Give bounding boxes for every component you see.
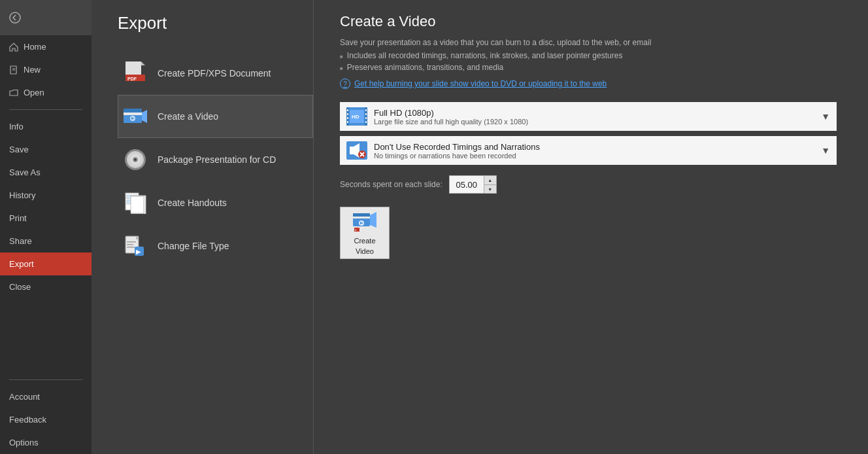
bullet-list: ■ Includes all recorded timings, narrati… (340, 51, 842, 75)
svg-rect-10 (124, 113, 142, 115)
sidebar-item-open[interactable]: Open (0, 81, 92, 104)
quality-sub: Large file size and full high quality (1… (374, 118, 816, 126)
export-option-video[interactable]: Create a Video (118, 95, 313, 138)
svg-rect-24 (127, 241, 136, 243)
svg-rect-34 (347, 117, 348, 119)
create-video-button-line2: Video (356, 247, 374, 255)
quality-dropdown-icon: HD (346, 106, 367, 127)
timing-value: Don't Use Recorded Timings and Narration… (374, 142, 816, 152)
bullet-item-2: ■ Preserves animations, transitions, and… (340, 63, 842, 72)
sidebar-item-saveas[interactable]: Save As (0, 161, 92, 184)
sidebar-options-label: Options (9, 438, 39, 447)
film-strip-icon: HD (346, 107, 367, 126)
sidebar-item-print[interactable]: Print (0, 207, 92, 230)
sidebar-export-label: Export (9, 259, 34, 269)
sidebar-divider-1 (9, 109, 82, 110)
help-question-icon: ? (340, 79, 350, 89)
sidebar-feedback-label: Feedback (9, 415, 46, 425)
back-button[interactable] (0, 0, 92, 35)
sidebar: Home New Open Info Save Save As History … (0, 0, 92, 454)
bullet-dot-2: ■ (340, 65, 343, 71)
home-icon (9, 43, 18, 52)
create-video-description: Save your presentation as a video that y… (340, 38, 842, 47)
export-option-pdf[interactable]: PDF Create PDF/XPS Document (118, 52, 313, 95)
svg-rect-37 (365, 113, 367, 115)
bullet-text-2: Preserves animations, transitions, and m… (347, 63, 503, 72)
export-options-panel: Export PDF Create PDF/XPS Document (92, 0, 314, 454)
sidebar-item-new[interactable]: New (0, 58, 92, 81)
sidebar-item-feedback[interactable]: Feedback (0, 408, 92, 431)
svg-rect-49 (353, 213, 370, 217)
main-content: Export PDF Create PDF/XPS Document (92, 0, 868, 454)
seconds-row: Seconds spent on each slide: ▲ ▼ (340, 175, 842, 194)
svg-text:HD: HD (352, 114, 359, 120)
back-arrow-icon (9, 12, 21, 24)
cd-icon (124, 148, 147, 171)
timing-dropdown-content: Don't Use Recorded Timings and Narration… (374, 142, 816, 160)
create-video-button[interactable]: ● Create Video (340, 207, 390, 259)
bullet-text-1: Includes all recorded timings, narration… (347, 51, 623, 60)
seconds-up-button[interactable]: ▲ (484, 176, 496, 184)
sidebar-item-home[interactable]: Home (0, 35, 92, 58)
create-video-button-line1: Create (354, 237, 375, 245)
svg-rect-36 (365, 109, 367, 111)
sidebar-info-label: Info (9, 122, 24, 131)
svg-rect-50 (353, 217, 370, 218)
seconds-down-button[interactable]: ▼ (484, 184, 496, 193)
new-doc-icon (9, 65, 18, 75)
sidebar-print-label: Print (9, 213, 27, 223)
sidebar-share-label: Share (9, 236, 32, 246)
svg-rect-33 (347, 113, 348, 115)
cd-hole-icon (133, 157, 138, 162)
export-filetype-label: Change File Type (158, 241, 229, 251)
svg-rect-26 (127, 247, 135, 248)
sidebar-item-info[interactable]: Info (0, 115, 92, 138)
svg-rect-43 (350, 147, 354, 154)
svg-text:PDF: PDF (127, 77, 137, 81)
create-video-title: Create a Video (340, 13, 842, 30)
pdf-icon: PDF (124, 61, 147, 85)
svg-rect-21 (131, 196, 144, 213)
filetype-file-icon: ▶ (124, 235, 146, 257)
quality-value: Full HD (1080p) (374, 108, 816, 118)
quality-dropdown-content: Full HD (1080p) Large file size and full… (374, 108, 816, 126)
help-link[interactable]: ? Get help burning your slide show video… (340, 79, 842, 89)
sidebar-item-options[interactable]: Options (0, 431, 92, 454)
svg-rect-9 (124, 109, 142, 113)
export-option-filetype[interactable]: ▶ Change File Type (118, 224, 313, 268)
export-option-handouts[interactable]: Create Handouts (118, 181, 313, 224)
open-folder-icon (9, 88, 18, 97)
sidebar-item-account[interactable]: Account (0, 385, 92, 408)
video-icon (124, 105, 147, 128)
bullet-item-1: ■ Includes all recorded timings, narrati… (340, 51, 842, 60)
sidebar-item-export[interactable]: Export (0, 253, 92, 275)
seconds-input-container: ▲ ▼ (449, 175, 497, 194)
export-option-cd[interactable]: Package Presentation for CD (118, 138, 313, 181)
create-video-panel: Create a Video Save your presentation as… (314, 0, 868, 454)
bullet-dot-1: ■ (340, 54, 343, 60)
filetype-icon: ▶ (124, 234, 147, 258)
sidebar-item-history[interactable]: History (0, 184, 92, 207)
help-link-text: Get help burning your slide show video t… (354, 79, 607, 88)
create-video-button-icon: ● (353, 211, 376, 234)
svg-rect-39 (365, 121, 367, 123)
handouts-icon (124, 191, 147, 215)
sidebar-home-label: Home (24, 42, 46, 52)
video-file-icon (124, 107, 147, 126)
seconds-input[interactable] (450, 176, 484, 193)
sidebar-item-save[interactable]: Save (0, 138, 92, 161)
timing-dropdown-arrow: ▼ (821, 145, 830, 156)
sidebar-divider-2 (9, 379, 82, 380)
page-title: Export (118, 13, 313, 33)
export-video-label: Create a Video (158, 111, 218, 122)
sidebar-item-close[interactable]: Close (0, 275, 92, 298)
export-pdf-label: Create PDF/XPS Document (158, 68, 271, 79)
seconds-label: Seconds spent on each slide: (340, 180, 442, 189)
svg-point-0 (10, 12, 20, 23)
svg-marker-12 (142, 110, 147, 123)
quality-dropdown-arrow: ▼ (821, 111, 830, 122)
sidebar-item-share[interactable]: Share (0, 230, 92, 253)
quality-dropdown[interactable]: HD Full HD (1080p) Large file size and f… (340, 102, 837, 131)
svg-rect-25 (127, 244, 133, 245)
timing-dropdown[interactable]: Don't Use Recorded Timings and Narration… (340, 136, 837, 165)
